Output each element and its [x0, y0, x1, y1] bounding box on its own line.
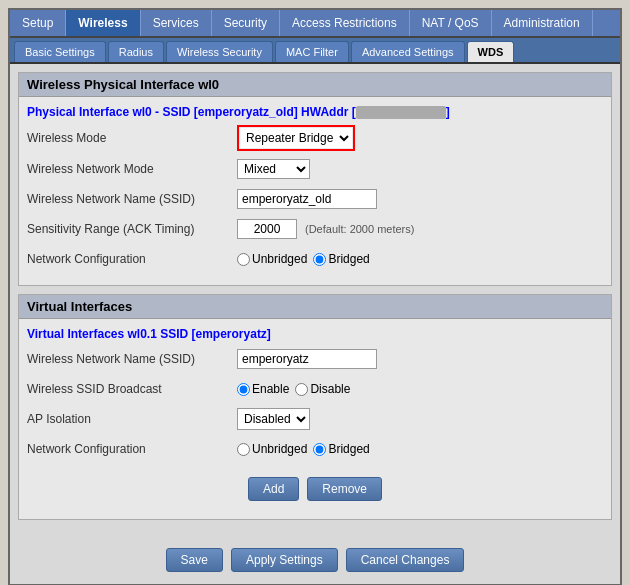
ap-isolation-select-wrapper: Disabled Enabled [237, 408, 310, 430]
virtual-ssid-row: Wireless Network Name (SSID) [27, 347, 603, 371]
bridged-radio[interactable] [313, 253, 326, 266]
nav-tab-nat-qos[interactable]: NAT / QoS [410, 10, 492, 36]
ssid-input[interactable] [237, 189, 377, 209]
sub-tab-mac-filter[interactable]: MAC Filter [275, 41, 349, 62]
unbridged-option[interactable]: Unbridged [237, 252, 307, 266]
sensitivity-label: Sensitivity Range (ACK Timing) [27, 222, 237, 236]
content-area: Wireless Physical Interface wl0 Physical… [10, 64, 620, 536]
virtual-section-body: Virtual Interfaces wl0.1 SSID [emperorya… [19, 319, 611, 519]
ap-isolation-value: Disabled Enabled [237, 408, 310, 430]
physical-network-config-label: Network Configuration [27, 252, 237, 266]
broadcast-enable-radio[interactable] [237, 383, 250, 396]
sub-tab-wds[interactable]: WDS [467, 41, 515, 62]
ap-isolation-row: AP Isolation Disabled Enabled [27, 407, 603, 431]
broadcast-disable-radio[interactable] [295, 383, 308, 396]
virtual-bridged-option[interactable]: Bridged [313, 442, 369, 456]
virtual-section-header: Virtual Interfaces [19, 295, 611, 319]
physical-interface-header: Physical Interface wl0 - SSID [emperorya… [27, 105, 603, 119]
network-mode-value: Mixed B-Only G-Only N-Only Disabled [237, 159, 310, 179]
virtual-interface-header: Virtual Interfaces wl0.1 SSID [emperorya… [27, 327, 603, 341]
virtual-ssid-input[interactable] [237, 349, 377, 369]
ssid-row: Wireless Network Name (SSID) [27, 187, 603, 211]
ssid-broadcast-options: Enable Disable [237, 382, 350, 396]
sensitivity-note: (Default: 2000 meters) [305, 223, 414, 235]
physical-section: Wireless Physical Interface wl0 Physical… [18, 72, 612, 286]
nav-tab-setup[interactable]: Setup [10, 10, 66, 36]
nav-tab-wireless[interactable]: Wireless [66, 10, 140, 36]
sub-tab-advanced-settings[interactable]: Advanced Settings [351, 41, 465, 62]
virtual-ssid-label: Wireless Network Name (SSID) [27, 352, 237, 366]
physical-section-header: Wireless Physical Interface wl0 [19, 73, 611, 97]
wireless-mode-label: Wireless Mode [27, 131, 237, 145]
physical-network-config-row: Network Configuration Unbridged Bridged [27, 247, 603, 271]
nav-tab-security[interactable]: Security [212, 10, 280, 36]
network-mode-row: Wireless Network Mode Mixed B-Only G-Onl… [27, 157, 603, 181]
virtual-unbridged-radio[interactable] [237, 443, 250, 456]
hw-addr-blurred [356, 106, 446, 119]
cancel-changes-button[interactable]: Cancel Changes [346, 548, 465, 572]
footer-buttons: Save Apply Settings Cancel Changes [10, 536, 620, 584]
virtual-bridged-radio[interactable] [313, 443, 326, 456]
wireless-mode-row: Wireless Mode AP Client Adhoc Repeater R… [27, 125, 603, 151]
sensitivity-value: (Default: 2000 meters) [237, 219, 414, 239]
ap-isolation-label: AP Isolation [27, 412, 237, 426]
broadcast-enable-option[interactable]: Enable [237, 382, 289, 396]
virtual-network-config-row: Network Configuration Unbridged Bridged [27, 437, 603, 461]
save-button[interactable]: Save [166, 548, 223, 572]
wireless-mode-select[interactable]: AP Client Adhoc Repeater Repeater Bridge [240, 128, 352, 148]
ssid-value [237, 189, 377, 209]
sensitivity-row: Sensitivity Range (ACK Timing) (Default:… [27, 217, 603, 241]
virtual-network-config-label: Network Configuration [27, 442, 237, 456]
sensitivity-input[interactable] [237, 219, 297, 239]
nav-tab-services[interactable]: Services [141, 10, 212, 36]
nav-tab-access-restrictions[interactable]: Access Restrictions [280, 10, 410, 36]
unbridged-radio[interactable] [237, 253, 250, 266]
remove-button[interactable]: Remove [307, 477, 382, 501]
virtual-ssid-value [237, 349, 377, 369]
wireless-mode-value: AP Client Adhoc Repeater Repeater Bridge [237, 125, 355, 151]
sub-tab-wireless-security[interactable]: Wireless Security [166, 41, 273, 62]
bridged-option[interactable]: Bridged [313, 252, 369, 266]
broadcast-disable-option[interactable]: Disable [295, 382, 350, 396]
sub-tab-radius[interactable]: Radius [108, 41, 164, 62]
physical-network-config-options: Unbridged Bridged [237, 252, 370, 266]
nav-tab-administration[interactable]: Administration [492, 10, 593, 36]
sub-tab-basic-settings[interactable]: Basic Settings [14, 41, 106, 62]
ssid-broadcast-label: Wireless SSID Broadcast [27, 382, 237, 396]
apply-settings-button[interactable]: Apply Settings [231, 548, 338, 572]
network-mode-select[interactable]: Mixed B-Only G-Only N-Only Disabled [237, 159, 310, 179]
add-button[interactable]: Add [248, 477, 299, 501]
ssid-label: Wireless Network Name (SSID) [27, 192, 237, 206]
virtual-network-config-options: Unbridged Bridged [237, 442, 370, 456]
physical-section-body: Physical Interface wl0 - SSID [emperorya… [19, 97, 611, 285]
network-mode-label: Wireless Network Mode [27, 162, 237, 176]
virtual-unbridged-option[interactable]: Unbridged [237, 442, 307, 456]
main-nav: Setup Wireless Services Security Access … [10, 10, 620, 38]
add-remove-row: Add Remove [27, 467, 603, 511]
ssid-broadcast-row: Wireless SSID Broadcast Enable Disable [27, 377, 603, 401]
virtual-section: Virtual Interfaces Virtual Interfaces wl… [18, 294, 612, 520]
sub-nav: Basic Settings Radius Wireless Security … [10, 38, 620, 64]
wireless-mode-highlight: AP Client Adhoc Repeater Repeater Bridge [237, 125, 355, 151]
ap-isolation-select[interactable]: Disabled Enabled [238, 409, 309, 429]
